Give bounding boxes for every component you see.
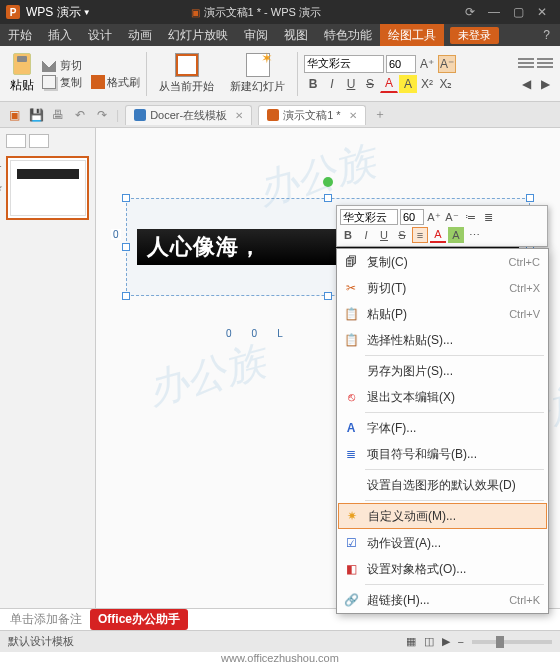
mini-numbers[interactable]: ≣ xyxy=(480,209,496,225)
mini-font-name[interactable] xyxy=(340,209,398,225)
view-sorter[interactable]: ◫ xyxy=(424,635,434,648)
paste-label: 粘贴 xyxy=(10,77,34,94)
ctx-hyperlink[interactable]: 🔗超链接(H)...Ctrl+K xyxy=(337,587,548,613)
cut-button[interactable]: 剪切 xyxy=(42,58,140,73)
highlight-button[interactable]: A xyxy=(399,75,417,93)
ctx-save-as-pic[interactable]: 另存为图片(S)... xyxy=(337,358,548,384)
ctx-font[interactable]: A字体(F)... xyxy=(337,415,548,441)
zoom-slider[interactable] xyxy=(472,640,552,644)
close-icon[interactable]: ✕ xyxy=(235,110,243,121)
maximize-button[interactable]: ▢ xyxy=(506,5,530,19)
mini-font-grow[interactable]: A⁺ xyxy=(426,209,442,225)
dim-label: L xyxy=(277,328,283,339)
strike-button[interactable]: S xyxy=(361,75,379,93)
mini-strike[interactable]: S xyxy=(394,227,410,243)
font-name-select[interactable] xyxy=(304,55,384,73)
ctx-custom-animation[interactable]: ✷自定义动画(M)... xyxy=(338,503,547,529)
ctx-cut[interactable]: ✂剪切(T)Ctrl+X xyxy=(337,275,548,301)
from-current-button[interactable]: 从当前开始 xyxy=(153,51,220,96)
login-button[interactable]: 未登录 xyxy=(450,27,499,44)
number-list-button[interactable] xyxy=(536,55,554,73)
ctx-format-object[interactable]: ◧设置对象格式(O)... xyxy=(337,556,548,582)
rotate-handle[interactable] xyxy=(323,177,333,187)
app-menu-drop-icon[interactable]: ▼ xyxy=(83,8,91,17)
mini-align[interactable]: ≡ xyxy=(412,227,428,243)
sync-icon[interactable]: ⟳ xyxy=(458,5,482,19)
format-painter-button[interactable]: 格式刷 xyxy=(86,75,140,90)
menu-review[interactable]: 审阅 xyxy=(236,24,276,46)
action-icon: ☑ xyxy=(343,535,359,551)
scissors-icon xyxy=(42,58,56,72)
format-icon: ◧ xyxy=(343,561,359,577)
font-grow-button[interactable]: A⁺ xyxy=(418,55,436,73)
underline-button[interactable]: U xyxy=(342,75,360,93)
ctx-default-shape[interactable]: 设置自选图形的默认效果(D) xyxy=(337,472,548,498)
close-icon[interactable]: ✕ xyxy=(349,110,357,121)
tab-add[interactable]: ＋ xyxy=(372,107,388,123)
mini-bullets[interactable]: ≔ xyxy=(462,209,478,225)
menu-home[interactable]: 开始 xyxy=(0,24,40,46)
thumb-view1[interactable] xyxy=(6,134,26,148)
qat-new[interactable]: ▣ xyxy=(6,107,22,123)
zoom-out[interactable]: − xyxy=(458,636,464,648)
mini-toolbar: A⁺ A⁻ ≔ ≣ B I U S ≡ A A ⋯ xyxy=(336,205,548,247)
resize-handle[interactable] xyxy=(122,292,130,300)
mini-underline[interactable]: U xyxy=(376,227,392,243)
mini-font-shrink[interactable]: A⁻ xyxy=(444,209,460,225)
menu-slideshow[interactable]: 幻灯片放映 xyxy=(160,24,236,46)
tab-doc[interactable]: 演示文稿1 * ✕ xyxy=(258,105,365,125)
qat-save[interactable]: 💾 xyxy=(28,107,44,123)
mini-italic[interactable]: I xyxy=(358,227,374,243)
exit-icon: ⎋ xyxy=(343,389,359,405)
ctx-action[interactable]: ☑动作设置(A)... xyxy=(337,530,548,556)
paste-button[interactable]: 粘贴 xyxy=(6,51,38,96)
tab-docer[interactable]: Docer-在线模板 ✕ xyxy=(125,105,252,125)
menu-drawtools[interactable]: 绘图工具 xyxy=(380,24,444,46)
ctx-copy[interactable]: 🗐复制(C)Ctrl+C xyxy=(337,249,548,275)
mini-more[interactable]: ⋯ xyxy=(466,227,482,243)
mini-fontcolor[interactable]: A xyxy=(430,227,446,243)
app-name: WPS 演示 xyxy=(26,4,81,21)
help-icon[interactable]: ? xyxy=(533,28,560,42)
menu-insert[interactable]: 插入 xyxy=(40,24,80,46)
qat-print[interactable]: 🖶 xyxy=(50,107,66,123)
italic-button[interactable]: I xyxy=(323,75,341,93)
thumb-view2[interactable] xyxy=(29,134,49,148)
superscript-button[interactable]: X² xyxy=(418,75,436,93)
indent-inc-button[interactable]: ▶ xyxy=(536,75,554,93)
ctx-exit-text[interactable]: ⎋退出文本编辑(X) xyxy=(337,384,548,410)
resize-handle[interactable] xyxy=(526,194,534,202)
ctx-bullets[interactable]: ≣项目符号和编号(B)... xyxy=(337,441,548,467)
resize-handle[interactable] xyxy=(324,292,332,300)
mini-bold[interactable]: B xyxy=(340,227,356,243)
copy-button[interactable]: 复制 xyxy=(42,75,82,90)
menu-features[interactable]: 特色功能 xyxy=(316,24,380,46)
menubar: 开始 插入 设计 动画 幻灯片放映 审阅 视图 特色功能 绘图工具 未登录 ? xyxy=(0,24,560,46)
subscript-button[interactable]: X₂ xyxy=(437,75,455,93)
ctx-paste-special[interactable]: 📋选择性粘贴(S)... xyxy=(337,327,548,353)
font-shrink-button[interactable]: A⁻ xyxy=(438,55,456,73)
close-button[interactable]: ✕ xyxy=(530,5,554,19)
view-slideshow[interactable]: ▶ xyxy=(442,635,450,648)
view-normal[interactable]: ▦ xyxy=(406,635,416,648)
resize-handle[interactable] xyxy=(122,194,130,202)
resize-handle[interactable] xyxy=(324,194,332,202)
menu-animation[interactable]: 动画 xyxy=(120,24,160,46)
new-slide-button[interactable]: 新建幻灯片 xyxy=(224,51,291,96)
qat-undo[interactable]: ↶ xyxy=(72,107,88,123)
menu-view[interactable]: 视图 xyxy=(276,24,316,46)
indent-dec-button[interactable]: ◀ xyxy=(517,75,535,93)
menu-design[interactable]: 设计 xyxy=(80,24,120,46)
slide-thumbnail[interactable]: 1 ★ xyxy=(6,156,89,220)
qat-redo[interactable]: ↷ xyxy=(94,107,110,123)
status-bar: 默认设计模板 ▦ ◫ ▶ − xyxy=(0,630,560,652)
fontcolor-button[interactable]: A xyxy=(380,75,398,93)
mini-font-size[interactable] xyxy=(400,209,424,225)
mini-highlight[interactable]: A xyxy=(448,227,464,243)
minimize-button[interactable]: — xyxy=(482,5,506,19)
resize-handle[interactable] xyxy=(122,243,130,251)
ctx-paste[interactable]: 📋粘贴(P)Ctrl+V xyxy=(337,301,548,327)
font-size-select[interactable] xyxy=(386,55,416,73)
bold-button[interactable]: B xyxy=(304,75,322,93)
bullet-list-button[interactable] xyxy=(517,55,535,73)
